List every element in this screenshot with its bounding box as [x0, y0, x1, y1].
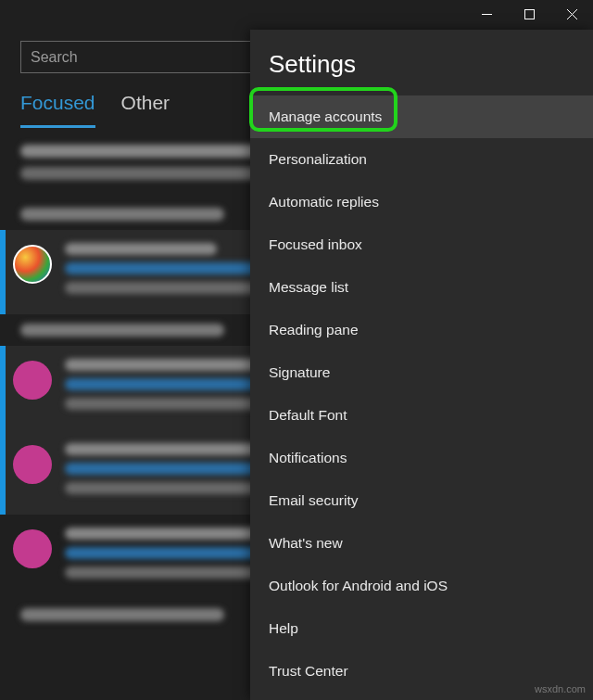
settings-item-outlook-mobile[interactable]: Outlook for Android and iOS [250, 565, 593, 607]
maximize-button[interactable] [508, 0, 550, 28]
settings-item-whats-new[interactable]: What's new [250, 522, 593, 565]
titlebar [0, 0, 593, 30]
settings-item-focused-inbox[interactable]: Focused inbox [250, 223, 593, 266]
avatar [13, 245, 52, 284]
settings-item-automatic-replies[interactable]: Automatic replies [250, 181, 593, 223]
settings-item-signature[interactable]: Signature [250, 351, 593, 394]
avatar [13, 529, 52, 568]
settings-item-reading-pane[interactable]: Reading pane [250, 309, 593, 351]
settings-item-default-font[interactable]: Default Font [250, 394, 593, 437]
settings-panel: Settings Manage accounts Personalization… [250, 30, 593, 700]
settings-item-manage-accounts[interactable]: Manage accounts [250, 95, 593, 138]
settings-item-message-list[interactable]: Message list [250, 266, 593, 309]
settings-item-email-security[interactable]: Email security [250, 479, 593, 522]
avatar [13, 361, 52, 400]
tab-focused[interactable]: Focused [20, 92, 95, 128]
minimize-button[interactable] [465, 0, 508, 28]
settings-item-notifications[interactable]: Notifications [250, 437, 593, 479]
tab-other[interactable]: Other [121, 92, 170, 128]
settings-item-personalization[interactable]: Personalization [250, 138, 593, 181]
svg-rect-1 [524, 9, 534, 19]
settings-item-help[interactable]: Help [250, 607, 593, 650]
close-button[interactable] [550, 0, 593, 28]
watermark: wsxdn.com [535, 683, 586, 694]
settings-title: Settings [250, 30, 593, 95]
avatar [13, 445, 52, 484]
